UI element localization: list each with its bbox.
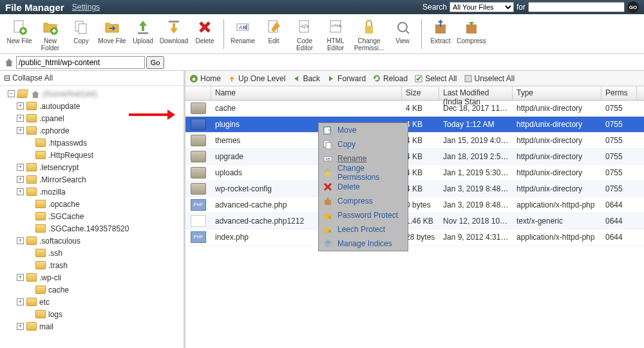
- file-row[interactable]: wp-rocket-config4 KBJan 3, 2019 8:48 PMh…: [185, 181, 644, 197]
- nav-forward[interactable]: Forward: [327, 74, 366, 83]
- expander-icon[interactable]: +: [17, 274, 24, 281]
- col-icon[interactable]: [185, 86, 211, 100]
- folder-icon: [191, 167, 206, 179]
- ctx-delete[interactable]: Delete: [319, 180, 408, 194]
- tree-item[interactable]: logs: [0, 308, 184, 320]
- expander-icon[interactable]: +: [17, 237, 24, 244]
- toolbar-view[interactable]: View: [387, 17, 418, 52]
- file-row[interactable]: themes4 KBJan 15, 2019 4:00 PMhttpd/unix…: [185, 133, 644, 149]
- tree-item[interactable]: +.letsencrypt: [0, 161, 184, 173]
- cell-perms: 0644: [601, 198, 637, 211]
- toolbar-new-file[interactable]: New File: [4, 17, 35, 52]
- expander-icon[interactable]: −: [8, 90, 15, 97]
- file-row[interactable]: upgrade4 KBJan 18, 2019 2:52 AMhttpd/uni…: [185, 149, 644, 165]
- file-row[interactable]: uploads4 KBJan 1, 2019 5:30 AMhttpd/unix…: [185, 165, 644, 181]
- toolbar-download[interactable]: Download: [158, 17, 189, 52]
- expander-icon[interactable]: +: [17, 115, 24, 122]
- toolbar-edit[interactable]: Edit: [258, 17, 289, 52]
- nav-up[interactable]: Up One Level: [227, 74, 285, 83]
- search-scope-select[interactable]: All Your Files: [450, 2, 514, 12]
- tree-item[interactable]: +.wp-cli: [0, 271, 184, 284]
- ctx-leech-protect[interactable]: Leech Protect: [319, 222, 408, 237]
- tree-item[interactable]: .HttpRequest: [0, 149, 184, 161]
- go-button[interactable]: Go: [146, 56, 164, 69]
- download-icon: [165, 18, 183, 36]
- toolbar-delete[interactable]: Delete: [189, 17, 220, 52]
- folder-icon: [35, 285, 46, 294]
- home-node-icon: [30, 90, 41, 99]
- nav-reload[interactable]: Reload: [372, 74, 408, 83]
- ctx-password-protect[interactable]: Password Protect: [319, 208, 408, 222]
- settings-link[interactable]: Settings: [72, 3, 100, 12]
- tree-item[interactable]: .trash: [0, 259, 184, 271]
- tree-item[interactable]: +.MirrorSearch: [0, 173, 184, 186]
- tree-item[interactable]: cache: [0, 284, 184, 296]
- toolbar-html-editor[interactable]: HTMLHTML Editor: [320, 17, 351, 52]
- tree-root-label: (/home/fnet144): [43, 90, 97, 99]
- search-go-button[interactable]: GO: [627, 1, 639, 13]
- toolbar-rename[interactable]: ABRename: [227, 17, 258, 52]
- tree-item[interactable]: .opcache: [0, 198, 184, 210]
- expander-icon[interactable]: +: [17, 127, 24, 134]
- toolbar-label: Download: [160, 37, 188, 50]
- col-type[interactable]: Type: [513, 86, 601, 100]
- toolbar-move-file[interactable]: Move File: [97, 17, 128, 52]
- expander-icon[interactable]: +: [17, 188, 24, 195]
- home-icon: [4, 57, 14, 68]
- tree-item[interactable]: .SGCache.1493578520: [0, 222, 184, 235]
- ctx-change-permissions[interactable]: Change Permissions: [319, 166, 408, 180]
- tree-item[interactable]: +etc: [0, 296, 184, 308]
- ctx-move[interactable]: Move: [319, 123, 408, 137]
- nav-unselect-all[interactable]: Unselect All: [464, 74, 515, 83]
- tree-item[interactable]: .htpasswds: [0, 137, 184, 149]
- col-perms[interactable]: Perms: [601, 86, 637, 100]
- tree-item[interactable]: +.softaculous: [0, 235, 184, 247]
- nav-home[interactable]: Home: [189, 74, 221, 83]
- file-row[interactable]: plugins4 KBToday 1:12 AMhttpd/unix-direc…: [185, 117, 644, 133]
- file-row[interactable]: PHPindex.php28 bytesJan 9, 2012 4:31 AMa…: [185, 229, 644, 246]
- search-input[interactable]: [528, 2, 625, 12]
- file-row[interactable]: advanced-cache.php12121.46 KBNov 12, 201…: [185, 213, 644, 229]
- tree-root[interactable]: − (/home/fnet144): [0, 88, 184, 100]
- expander-icon[interactable]: +: [17, 298, 24, 305]
- expander-spacer: [26, 151, 33, 159]
- collapse-all-link[interactable]: ⊟ Collapse All: [0, 71, 184, 86]
- col-modified[interactable]: Last Modified (India Stan: [439, 86, 513, 100]
- toolbar-compress[interactable]: Compress: [456, 17, 487, 52]
- ctx-manage-indices[interactable]: Manage Indices: [319, 237, 408, 251]
- toolbar-extract[interactable]: Extract: [425, 17, 456, 52]
- col-name[interactable]: Name: [211, 86, 402, 100]
- cell-modified: Jan 1, 2019 5:30 AM: [439, 166, 513, 179]
- folder-icon: [26, 298, 37, 306]
- toolbar-new-folder[interactable]: New Folder: [35, 17, 66, 52]
- code-editor-icon: </>: [296, 18, 314, 36]
- expander-icon[interactable]: +: [17, 164, 24, 171]
- nav-select-all[interactable]: Select All: [414, 74, 457, 83]
- svg-rect-16: [365, 26, 373, 34]
- tree-item[interactable]: +.autoupdate: [0, 100, 184, 112]
- col-size[interactable]: Size: [402, 86, 439, 100]
- expander-icon[interactable]: +: [17, 102, 24, 110]
- file-row[interactable]: PHPadvanced-cache.php0 bytesJan 3, 2019 …: [185, 197, 644, 213]
- ctx-compress[interactable]: Compress: [319, 194, 408, 208]
- toolbar-upload[interactable]: Upload: [128, 17, 158, 52]
- unselect-all-icon: [464, 74, 473, 83]
- tree-item[interactable]: +.cphorde: [0, 124, 184, 137]
- expander-icon[interactable]: +: [17, 176, 24, 183]
- path-input[interactable]: [16, 56, 145, 69]
- tree-item[interactable]: +.mozilla: [0, 186, 184, 198]
- password-protect-icon: [323, 210, 333, 220]
- nav-back[interactable]: Back: [292, 74, 320, 83]
- tree-item[interactable]: .ssh: [0, 247, 184, 259]
- toolbar-copy[interactable]: Copy: [66, 17, 97, 52]
- ctx-copy[interactable]: Copy: [319, 137, 408, 151]
- toolbar-change-permissions[interactable]: Change Permissi...: [351, 17, 387, 52]
- toolbar-code-editor[interactable]: </>Code Editor: [289, 17, 320, 52]
- folder-icon: [35, 249, 46, 257]
- tree-item[interactable]: .SGCache: [0, 210, 184, 222]
- file-row[interactable]: cache4 KBDec 18, 2017 11:51 AMhttpd/unix…: [185, 101, 644, 117]
- move-file-icon: [103, 18, 121, 36]
- folder-icon: [35, 224, 46, 233]
- expander-icon[interactable]: +: [17, 323, 24, 330]
- tree-item[interactable]: +mail: [0, 320, 184, 333]
